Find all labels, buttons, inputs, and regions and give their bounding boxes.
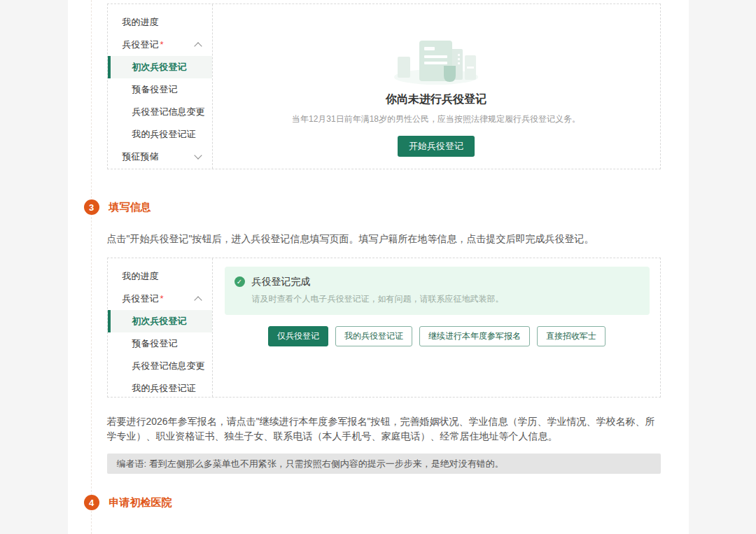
action-button[interactable]: 继续进行本年度参军报名	[419, 326, 530, 346]
step-timeline	[91, 0, 92, 534]
step-3-title: 填写信息	[109, 201, 151, 214]
check-circle-icon: ✓	[234, 276, 245, 287]
sidebar-item-label: 预备役登记	[132, 338, 178, 349]
sidebar-item[interactable]: 兵役登记信息变更*	[108, 355, 212, 377]
empty-state-desc: 当年12月31日前年满18岁的男性公民，应当按照法律规定履行兵役登记义务。	[213, 113, 660, 125]
chevron-icon	[194, 151, 202, 159]
sidebar-item[interactable]: 预备役登记*	[108, 332, 212, 355]
sidebar-item-label: 初次兵役登记	[132, 62, 187, 72]
step-4-badge: 4	[84, 495, 99, 510]
sidebar-item[interactable]: 兵役登记*	[108, 288, 212, 310]
panel-main-complete: ✓ 兵役登记完成 请及时查看个人电子兵役登记证，如有问题，请联系应征地武装部。 …	[213, 258, 660, 397]
panel-main-empty: 你尚未进行兵役登记 当年12月31日前年满18岁的男性公民，应当按照法律规定履行…	[213, 4, 660, 169]
sidebar-item[interactable]: 预备役登记*	[108, 78, 212, 101]
sidebar-item[interactable]: 预征预储*	[108, 146, 212, 168]
step-3-paragraph-2: 若要进行2026年参军报名，请点击"继续进行本年度参军报名"按钮，完善婚姻状况、…	[107, 414, 664, 444]
action-button[interactable]: 我的兵役登记证	[335, 326, 412, 346]
registration-panel-complete: 我的进度* 兵役登记* 初次兵役登记* 预备役登记* 兵役登记信息变更* 我的兵…	[107, 258, 661, 398]
sidebar-item-label: 兵役登记信息变更	[132, 360, 205, 371]
success-title: 兵役登记完成	[252, 276, 504, 288]
registration-panel-empty: 我的进度* 兵役登记* 初次兵役登记* 预备役登记* 兵役登记信息变更* 我的兵…	[107, 3, 661, 169]
required-asterisk: *	[160, 293, 164, 304]
sidebar-item-label: 我的兵役登记证	[132, 383, 196, 393]
step-4-heading: 4 申请初检医院	[84, 495, 172, 510]
editor-note: 编者语: 看到左侧那么多菜单也不用紧张，只需按照右侧内容的提示一步步来，是绝对没…	[107, 454, 661, 474]
sidebar-item[interactable]: 初次兵役登记*	[108, 310, 212, 332]
sidebar-item-label: 我的进度	[122, 271, 159, 281]
step-3-paragraph: 点击"开始兵役登记"按钮后，进入兵役登记信息填写页面。填写户籍所在地等信息，点击…	[107, 232, 664, 246]
chevron-icon	[194, 42, 202, 50]
step-4-title: 申请初检医院	[109, 496, 172, 510]
success-text: 兵役登记完成 请及时查看个人电子兵役登记证，如有问题，请联系应征地武装部。	[252, 276, 504, 305]
chevron-icon	[194, 296, 202, 304]
start-registration-button[interactable]: 开始兵役登记	[398, 136, 475, 157]
action-button-row: 仅兵役登记我的兵役登记证继续进行本年度参军报名直接招收军士	[225, 326, 650, 346]
action-button[interactable]: 仅兵役登记	[268, 326, 328, 346]
sidebar-item-label: 预备役登记	[132, 84, 178, 94]
sidebar-item-label: 初次兵役登记	[132, 316, 187, 326]
step-3-heading: 3 填写信息	[84, 199, 151, 215]
sidebar-item[interactable]: 我的兵役登记证*	[108, 377, 212, 397]
sidebar-item[interactable]: 我的进度*	[108, 11, 212, 34]
sidebar-item-label: 兵役登记	[122, 39, 159, 50]
sidebar-item-label: 我的进度	[122, 17, 159, 27]
sidebar-item-label: 兵役登记	[122, 293, 159, 304]
success-desc: 请及时查看个人电子兵役登记证，如有问题，请联系应征地武装部。	[252, 293, 504, 305]
page: 我的进度* 兵役登记* 初次兵役登记* 预备役登记* 兵役登记信息变更* 我的兵…	[68, 0, 689, 534]
step-3-badge: 3	[84, 199, 99, 215]
sidebar-item[interactable]: 兵役登记*	[108, 34, 212, 56]
required-asterisk: *	[160, 39, 164, 50]
empty-state-title: 你尚未进行兵役登记	[213, 92, 660, 107]
sidebar: 我的进度* 兵役登记* 初次兵役登记* 预备役登记* 兵役登记信息变更* 我的兵…	[108, 258, 213, 397]
sidebar-item-label: 预征预储	[122, 151, 159, 162]
sidebar-item-label: 我的兵役登记证	[132, 129, 196, 139]
sidebar-item[interactable]: 兵役登记信息变更*	[108, 101, 212, 123]
sidebar-item-label: 兵役登记信息变更	[132, 106, 205, 117]
sidebar-item[interactable]: 我的兵役登记证*	[108, 123, 212, 146]
action-button[interactable]: 直接招收军士	[537, 326, 606, 346]
document-buildings-illustration	[391, 38, 482, 85]
success-alert: ✓ 兵役登记完成 请及时查看个人电子兵役登记证，如有问题，请联系应征地武装部。	[225, 267, 650, 315]
sidebar-item[interactable]: 我的进度*	[108, 265, 212, 288]
sidebar: 我的进度* 兵役登记* 初次兵役登记* 预备役登记* 兵役登记信息变更* 我的兵…	[108, 4, 213, 169]
sidebar-item[interactable]: 初次兵役登记*	[108, 56, 212, 78]
